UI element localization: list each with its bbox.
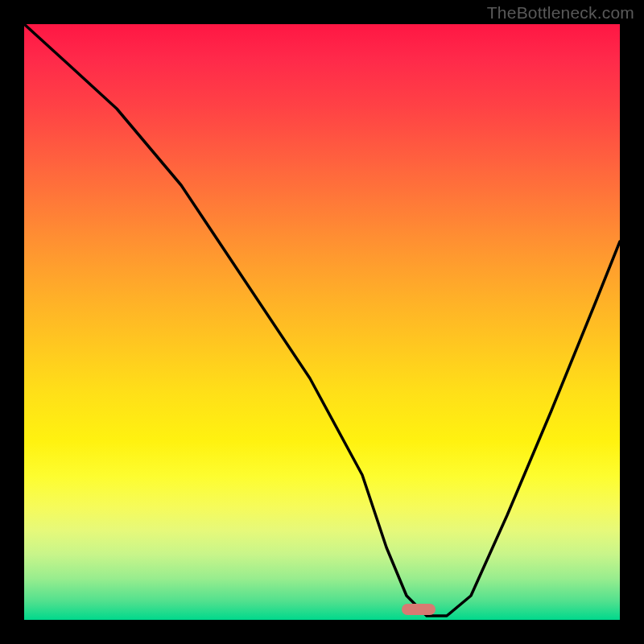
optimal-marker — [402, 604, 436, 615]
bottleneck-curve — [24, 24, 620, 620]
watermark-text: TheBottleneck.com — [487, 3, 634, 23]
plot-area — [24, 24, 620, 620]
